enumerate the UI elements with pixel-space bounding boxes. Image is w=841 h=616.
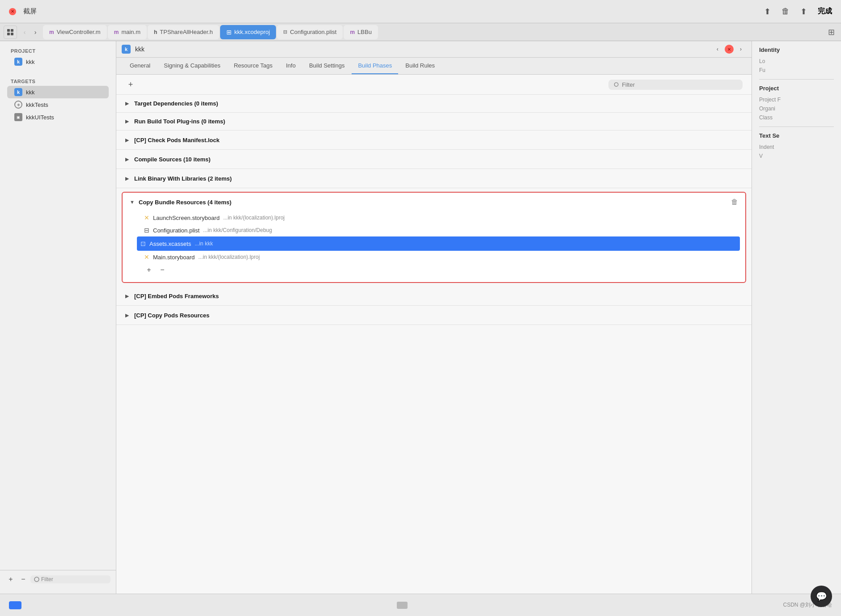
phase-check-pods: ▶ [CP] Check Pods Manifest.lock 🗑 (116, 131, 752, 150)
storyboard-icon-main: ✕ (144, 253, 149, 261)
done-button[interactable]: 完成 (818, 7, 832, 16)
title-bar-title: 截屏 (23, 7, 37, 16)
phase-target-dependencies: ▶ Target Dependencies (0 items) (116, 95, 752, 113)
tab-configuration-plist[interactable]: ⊟ Configuration.plist (277, 25, 343, 39)
phase-copy-bundle-header[interactable]: ▼ Copy Bundle Resources (4 items) 🗑 (123, 193, 745, 211)
next-nav-button[interactable]: › (735, 44, 746, 55)
prev-nav-button[interactable]: ‹ (712, 44, 723, 55)
configuration-plist-name: Configuration.plist (153, 227, 200, 234)
chevron-right-icon: ▶ (125, 293, 131, 299)
filter-search-icon (614, 82, 619, 88)
phase-embed-pods-header[interactable]: ▶ [CP] Embed Pods Frameworks 🗑 (116, 287, 752, 305)
phase-link-binary-header[interactable]: ▶ Link Binary With Libraries (2 items) 🗑 (116, 169, 752, 188)
target-uitests-label: kkkUITests (26, 114, 54, 121)
tab-main[interactable]: m main.m (108, 25, 147, 39)
chat-button[interactable]: 💬 (811, 586, 832, 607)
phase-copy-bundle-title: Copy Bundle Resources (4 items) (139, 199, 727, 206)
assets-icon: ⊡ (140, 240, 146, 247)
chevron-right-icon: ▶ (125, 118, 131, 124)
back-arrow[interactable]: ‹ (20, 27, 30, 37)
delete-copy-bundle-button[interactable]: 🗑 (731, 198, 738, 206)
phase-target-dependencies-title: Target Dependencies (0 items) (134, 100, 743, 107)
project-section-header: PROJECT (4, 46, 112, 55)
sidebar-item-kkkUITests[interactable]: ▣ kkkUITests (7, 111, 109, 123)
copy-bundle-items: ✕ LaunchScreen.storyboard ...in kkk/(loc… (123, 211, 745, 282)
phase-filter-input[interactable] (608, 80, 743, 90)
tab-build-settings[interactable]: Build Settings (303, 58, 351, 74)
remove-item-button[interactable]: − (18, 574, 29, 585)
main-storyboard-path: ...in kkk/(localization).lproj (198, 254, 259, 260)
nav-arrows: ‹ › (20, 27, 40, 37)
add-resource-button[interactable]: + (144, 265, 154, 275)
share-icon[interactable]: ⬆ (800, 7, 807, 17)
svg-rect-0 (7, 29, 10, 32)
target-kkk-icon: k (14, 88, 22, 96)
storyboard-icon: ✕ (144, 214, 149, 221)
status-bar-center (397, 602, 408, 609)
phase-compile-sources-title: Compile Sources (10 items) (134, 156, 732, 163)
phase-run-build-tool-header[interactable]: ▶ Run Build Tool Plug-ins (0 items) (116, 113, 752, 130)
project-row-f: Project F (759, 95, 834, 104)
close-button[interactable]: ✕ (9, 8, 16, 15)
phase-compile-sources-header[interactable]: ▶ Compile Sources (10 items) 🗑 (116, 150, 752, 169)
identity-row-lo: Lo (759, 57, 834, 66)
close-file-button[interactable]: ✕ (725, 45, 734, 54)
sidebar-filter[interactable]: Filter (30, 575, 110, 583)
phase-item-assets[interactable]: ⊡ Assets.xcassets ...in kkk (137, 236, 740, 251)
add-phase-button[interactable]: + (125, 79, 136, 90)
sidebar-filter-label: Filter (41, 576, 53, 582)
phase-item-main-storyboard[interactable]: ✕ Main.storyboard ...in kkk/(localizatio… (140, 251, 736, 263)
phase-target-dependencies-header[interactable]: ▶ Target Dependencies (0 items) (116, 95, 752, 112)
remove-resource-button[interactable]: − (157, 265, 167, 275)
add-filter-row: + (116, 75, 752, 95)
tab-build-phases[interactable]: Build Phases (352, 58, 398, 74)
identity-section-title: Identity (759, 46, 834, 53)
tab-info[interactable]: Info (280, 58, 302, 74)
filter-text-input[interactable] (622, 81, 737, 88)
chat-icon: 💬 (816, 591, 827, 602)
trash-icon[interactable]: 🗑 (782, 7, 790, 16)
project-row-class: Class (759, 113, 834, 122)
divider-2 (759, 127, 834, 127)
add-tab-button[interactable]: ⊞ (825, 26, 837, 38)
project-section: Project Project F Organi Class (759, 85, 834, 122)
target-kkk-label: kkk (26, 89, 35, 96)
expand-icon[interactable] (397, 602, 408, 609)
svg-rect-3 (11, 33, 13, 35)
phase-item-configuration-plist[interactable]: ⊟ Configuration.plist ...in kkk/Configur… (140, 224, 736, 236)
text-row-v: V (759, 152, 834, 160)
svg-rect-6 (397, 602, 408, 609)
phase-copy-pods: ▶ [CP] Copy Pods Resources 🗑 (116, 306, 752, 325)
build-settings-tabs: General Signing & Capabilities Resource … (116, 58, 752, 75)
tab-signing[interactable]: Signing & Capabilities (157, 58, 226, 74)
add-item-button[interactable]: + (5, 574, 16, 585)
phase-check-pods-header[interactable]: ▶ [CP] Check Pods Manifest.lock 🗑 (116, 131, 752, 149)
status-bar-left (9, 601, 21, 609)
phase-item-launchscreen[interactable]: ✕ LaunchScreen.storyboard ...in kkk/(loc… (140, 211, 736, 224)
tab-bar: ‹ › m ViewController.m m main.m h TPShar… (0, 23, 841, 41)
sidebar-item-project-kkk[interactable]: k kkk (7, 55, 109, 68)
sidebar-item-kkk[interactable]: k kkk (7, 86, 109, 98)
filter-icon (34, 577, 39, 582)
svg-rect-2 (7, 33, 10, 35)
phase-copy-pods-header[interactable]: ▶ [CP] Copy Pods Resources 🗑 (116, 306, 752, 325)
target-tests-icon: ◈ (14, 101, 22, 109)
tab-general[interactable]: General (123, 58, 157, 74)
upload-icon[interactable]: ⬆ (764, 7, 771, 17)
svg-point-4 (34, 577, 39, 582)
tab-build-rules[interactable]: Build Rules (399, 58, 441, 74)
tab-tpshare[interactable]: h TPShareAllHeader.h (148, 25, 219, 39)
tab-resource-tags[interactable]: Resource Tags (228, 58, 279, 74)
project-name-label: kkk (26, 59, 35, 65)
forward-arrow[interactable]: › (30, 27, 40, 37)
svg-rect-1 (11, 29, 13, 32)
copy-bundle-actions: + − (140, 263, 736, 278)
phase-link-binary-title: Link Binary With Libraries (2 items) (134, 175, 732, 182)
chevron-down-icon: ▼ (130, 199, 135, 205)
tab-kkk-xcodeproj[interactable]: ⊞ kkk.xcodeproj (220, 25, 276, 39)
tab-lbbu[interactable]: m LBBu (344, 25, 378, 39)
tab-viewcontroller[interactable]: m ViewController.m (43, 25, 107, 39)
project-icon: k (122, 45, 131, 54)
grid-view-button[interactable] (4, 25, 17, 39)
sidebar-item-kkkTests[interactable]: ◈ kkkTests (7, 98, 109, 111)
